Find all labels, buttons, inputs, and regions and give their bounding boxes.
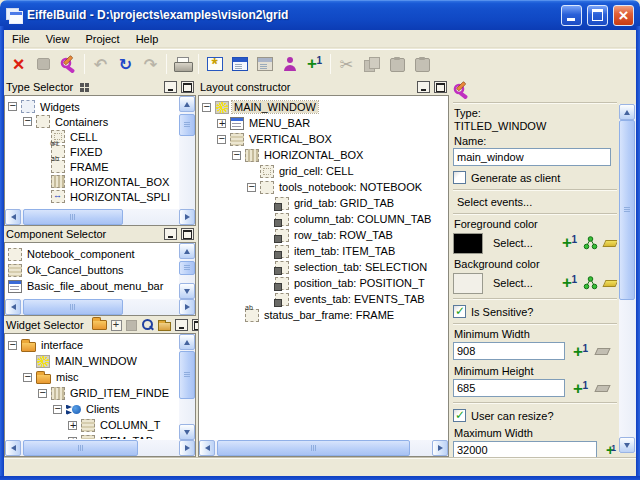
- panel-maximize-button[interactable]: [434, 81, 447, 93]
- scroll-down-button[interactable]: [619, 437, 635, 453]
- tree-item-horizontal-box[interactable]: HORIZONTAL_BOX: [200, 147, 447, 163]
- scroll-left-button[interactable]: [5, 209, 21, 225]
- scrollbar-thumb[interactable]: [23, 209, 123, 225]
- collapse-toggle[interactable]: [232, 151, 241, 160]
- tree-item-interface[interactable]: interface: [6, 337, 178, 353]
- tree-item-main-window[interactable]: MAIN_WINDOW: [6, 353, 178, 369]
- select-events-button[interactable]: Select events...: [453, 195, 617, 209]
- user-button[interactable]: [277, 52, 302, 76]
- search-icon[interactable]: [141, 319, 154, 331]
- scrollbar-thumb[interactable]: [179, 114, 195, 136]
- panel-maximize-button[interactable]: [181, 228, 194, 240]
- scroll-up-button[interactable]: [179, 334, 195, 350]
- collapse-toggle[interactable]: [23, 117, 32, 126]
- delete-button[interactable]: ×: [6, 52, 31, 76]
- tree-item-column-tab[interactable]: column_tab: COLUMN_TAB: [200, 211, 447, 227]
- scroll-left-button[interactable]: [5, 299, 21, 315]
- vertical-scrollbar[interactable]: [179, 96, 195, 209]
- show-window-button[interactable]: [227, 52, 252, 76]
- close-button[interactable]: [613, 5, 634, 26]
- tree-item-grid-item-finder[interactable]: GRID_ITEM_FINDE: [6, 385, 178, 401]
- scrollbar-thumb[interactable]: [23, 440, 138, 456]
- app-window-icon[interactable]: [6, 8, 22, 22]
- menu-view[interactable]: View: [38, 31, 78, 47]
- panel-minimize-button[interactable]: [175, 319, 188, 331]
- tree-item-grid-tab[interactable]: grid_tab: GRID_TAB: [200, 195, 447, 211]
- add-one-button[interactable]: [302, 52, 327, 76]
- expand-toggle[interactable]: [68, 421, 77, 430]
- add-one-icon[interactable]: [573, 382, 588, 396]
- tree-item-containers[interactable]: Containers: [6, 114, 178, 129]
- scroll-left-button[interactable]: [199, 440, 215, 456]
- tree-item-position-tab[interactable]: position_tab: POSITION_T: [200, 275, 447, 291]
- scroll-down-button[interactable]: [179, 283, 195, 299]
- minimum-height-input[interactable]: [453, 379, 565, 397]
- horizontal-scrollbar[interactable]: [199, 440, 448, 456]
- add-one-icon[interactable]: [562, 276, 577, 290]
- user-can-resize-checkbox[interactable]: [453, 409, 466, 422]
- panel-minimize-button[interactable]: [417, 81, 430, 93]
- collapse-toggle[interactable]: [247, 183, 256, 192]
- scroll-down-button[interactable]: [179, 424, 195, 440]
- scroll-up-button[interactable]: [179, 243, 195, 259]
- tree-item-item-tab[interactable]: ITEM_TAB: [6, 433, 178, 439]
- background-select-button[interactable]: Select...: [489, 276, 537, 290]
- horizontal-scrollbar[interactable]: [5, 299, 195, 315]
- is-sensitive-checkbox[interactable]: [453, 305, 466, 318]
- window-settings-button[interactable]: [202, 52, 227, 76]
- name-input[interactable]: [453, 148, 611, 166]
- vertical-scrollbar[interactable]: [179, 243, 195, 299]
- tree-item-cell[interactable]: CELL: [6, 129, 178, 144]
- collapse-toggle[interactable]: [53, 405, 62, 414]
- collapse-toggle[interactable]: [202, 103, 211, 112]
- folder-badge-icon[interactable]: [158, 322, 171, 331]
- scrollbar-thumb[interactable]: [179, 261, 195, 275]
- eraser-icon[interactable]: [602, 240, 617, 247]
- tree-item-fixed[interactable]: FIXED: [6, 144, 178, 159]
- collapse-toggle[interactable]: [8, 102, 17, 111]
- list-item-basic-file-about-menu-bar[interactable]: Basic_file_about_menu_bar: [6, 278, 178, 294]
- scrollbar-thumb[interactable]: [23, 299, 123, 315]
- maximum-width-input[interactable]: [453, 441, 597, 457]
- vertical-scrollbar[interactable]: [179, 334, 195, 440]
- tree-item-row-tab[interactable]: row_tab: ROW_TAB: [200, 227, 447, 243]
- tree-item-vertical-box[interactable]: VERTICAL_BOX: [200, 131, 447, 147]
- collapse-toggle[interactable]: [217, 135, 226, 144]
- generate-code-button[interactable]: [170, 52, 195, 76]
- refresh-button[interactable]: ↻: [113, 52, 138, 76]
- eraser-icon[interactable]: [602, 280, 617, 287]
- tree-item-tools-notebook[interactable]: tools_notebook: NOTEBOOK: [200, 179, 447, 195]
- menu-help[interactable]: Help: [128, 31, 167, 47]
- scrollbar-thumb[interactable]: [619, 120, 635, 300]
- scroll-right-button[interactable]: [179, 440, 195, 456]
- tree-item-horizontal-split[interactable]: HORIZONTAL_SPLI: [6, 189, 178, 204]
- scrollbar-thumb[interactable]: [217, 440, 410, 456]
- build-settings-button[interactable]: [56, 52, 81, 76]
- collapse-toggle[interactable]: [8, 341, 17, 350]
- panel-minimize-button[interactable]: [164, 81, 177, 93]
- minimum-width-input[interactable]: [453, 342, 565, 360]
- collapse-toggle[interactable]: [23, 373, 32, 382]
- list-item-ok-cancel-buttons[interactable]: Ok_Cancel_buttons: [6, 262, 178, 278]
- horizontal-scrollbar[interactable]: [5, 209, 195, 225]
- scroll-right-button[interactable]: [179, 299, 195, 315]
- scroll-up-button[interactable]: [619, 104, 635, 120]
- tree-item-menu-bar[interactable]: MENU_BAR: [200, 115, 447, 131]
- panel-maximize-button[interactable]: [181, 81, 194, 93]
- tree-item-widgets[interactable]: Widgets: [6, 99, 178, 114]
- add-one-icon[interactable]: [606, 445, 616, 457]
- horizontal-scrollbar[interactable]: [5, 440, 195, 456]
- add-one-icon[interactable]: [562, 236, 577, 250]
- menu-project[interactable]: Project: [77, 31, 127, 47]
- inherit-icon[interactable]: [583, 276, 598, 290]
- tree-item-selection-tab[interactable]: selection_tab: SELECTION: [200, 259, 447, 275]
- tree-item-main-window[interactable]: MAIN_WINDOW: [200, 99, 447, 115]
- scroll-left-button[interactable]: [5, 440, 21, 456]
- menu-file[interactable]: File: [4, 31, 38, 47]
- expand-toggle[interactable]: [217, 119, 226, 128]
- tree-item-column-tab[interactable]: COLUMN_T: [6, 417, 178, 433]
- add-one-icon[interactable]: [573, 345, 588, 359]
- scroll-up-button[interactable]: [179, 96, 195, 112]
- scroll-right-button[interactable]: [432, 440, 448, 456]
- folder-icon[interactable]: [92, 320, 107, 330]
